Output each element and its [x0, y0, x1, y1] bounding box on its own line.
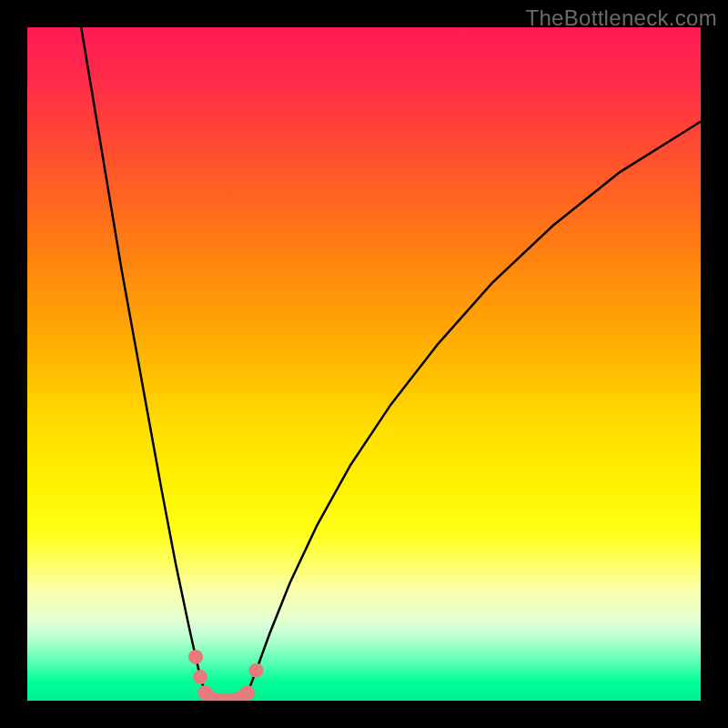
bottleneck-curve-chart — [27, 27, 701, 701]
data-dot — [188, 650, 203, 664]
data-dot — [249, 663, 264, 678]
data-dot — [193, 670, 207, 684]
right-curve — [248, 122, 701, 693]
data-dot — [240, 685, 255, 700]
data-dots — [188, 650, 264, 701]
left-curve — [81, 27, 205, 693]
